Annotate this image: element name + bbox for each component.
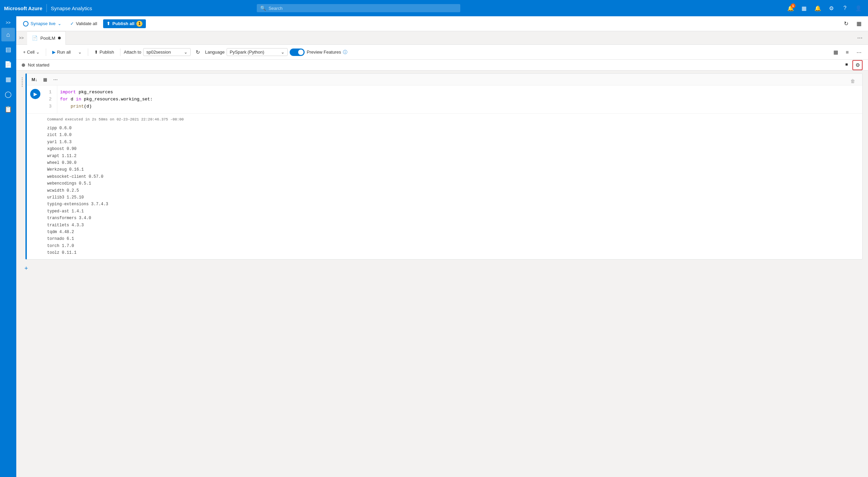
search-box[interactable]: 🔍 bbox=[257, 4, 460, 12]
code-cell: M↓ ▦ ⋯ bbox=[25, 73, 863, 260]
publish-all-label: Publish all bbox=[112, 21, 134, 26]
synapse-live-button[interactable]: Synapse live ⌄ bbox=[20, 20, 64, 28]
output-line-9: webencodings 0.5.1 bbox=[47, 180, 857, 187]
cell-type-label: M↓ bbox=[32, 77, 37, 82]
attach-to-dropdown[interactable]: sp02session ⌄ bbox=[143, 48, 191, 56]
run-more-button[interactable]: ⌄ bbox=[75, 48, 84, 56]
tab-more-button[interactable]: ⋯ bbox=[854, 33, 865, 42]
line-num-2: 2 bbox=[46, 96, 52, 103]
language-dropdown[interactable]: PySpark (Python) ⌄ bbox=[227, 48, 288, 56]
sidebar: >> ⌂ ▤ 📄 ▦ ◯ 📋 bbox=[0, 16, 16, 477]
publish-all-badge: 1 bbox=[136, 21, 142, 27]
cell-more-icon: ⋯ bbox=[53, 77, 58, 82]
preview-features-label: Preview Features bbox=[307, 50, 341, 55]
topbar: Microsoft Azure Synapse Analytics 🔍 🔔 1 … bbox=[0, 0, 868, 16]
search-input[interactable] bbox=[269, 6, 457, 11]
add-cell-bottom-button[interactable]: + bbox=[22, 264, 31, 273]
preview-features-toggle[interactable] bbox=[290, 49, 305, 56]
notebook-settings-button[interactable]: ▦ bbox=[831, 47, 841, 57]
cell-container: M↓ ▦ ⋯ bbox=[16, 73, 868, 260]
tab-expand[interactable]: >> bbox=[19, 36, 27, 40]
user-icon: 👤 bbox=[855, 5, 862, 12]
output-timestamp: Command executed in 2s 58ms on 02-23-202… bbox=[47, 116, 857, 123]
home-icon: ⌂ bbox=[6, 31, 10, 38]
code-editor[interactable]: import pkg_resources for d in pkg_resour… bbox=[57, 85, 862, 113]
cell-copy-button[interactable]: ▦ bbox=[41, 75, 50, 84]
cell-chevron: ⌄ bbox=[36, 50, 40, 55]
lang-chevron-icon: ⌄ bbox=[281, 50, 285, 55]
notebook-more-button[interactable]: ⋯ bbox=[854, 47, 864, 57]
app-service: Synapse Analytics bbox=[51, 5, 92, 11]
output-line-16: tqdm 4.48.2 bbox=[47, 229, 857, 235]
switch-icon: ▦ bbox=[802, 5, 807, 12]
run-cell-button[interactable]: ▶ bbox=[30, 89, 40, 99]
language-value: PySpark (Python) bbox=[230, 50, 264, 55]
layout-button[interactable]: ▦ bbox=[854, 19, 864, 29]
output-area: Command executed in 2s 58ms on 02-23-202… bbox=[27, 113, 862, 259]
cell-more-button[interactable]: ⋯ bbox=[51, 75, 60, 84]
run-all-button[interactable]: ▶ Run all bbox=[50, 48, 73, 56]
refresh-icon: ↻ bbox=[844, 20, 848, 27]
toolbar-divider-2 bbox=[88, 49, 88, 56]
help-button[interactable]: ? bbox=[840, 3, 850, 14]
output-line-6: wheel 0.30.0 bbox=[47, 159, 857, 166]
monitor-icon: ◯ bbox=[5, 91, 12, 98]
output-line-13: typed-ast 1.4.1 bbox=[47, 208, 857, 215]
output-line-5: wrapt 1.11.2 bbox=[47, 153, 857, 159]
preview-info-icon: ⓘ bbox=[343, 49, 347, 55]
run-all-label: Run all bbox=[57, 50, 71, 55]
run-more-chevron: ⌄ bbox=[78, 50, 82, 55]
play-icon: ▶ bbox=[34, 91, 37, 97]
chevron-down-icon: ⌄ bbox=[58, 21, 61, 26]
refresh-button[interactable]: ↻ bbox=[841, 19, 851, 29]
settings-button[interactable]: ⚙ bbox=[826, 3, 837, 14]
code-print-args: (d) bbox=[84, 103, 92, 110]
cell-settings-button[interactable]: ⚙ bbox=[852, 60, 863, 70]
code-var-d: d bbox=[71, 96, 73, 103]
cell-type-button[interactable]: M↓ bbox=[30, 76, 39, 83]
line-num-1: 1 bbox=[46, 89, 52, 96]
main-area: Synapse live ⌄ ✓ Validate all ⬆ Publish … bbox=[16, 16, 868, 477]
run-button-col: ▶ bbox=[27, 85, 44, 113]
code-working-set: pkg_resources.working_set: bbox=[84, 96, 153, 103]
main-layout: >> ⌂ ▤ 📄 ▦ ◯ 📋 Synapse live ⌄ bbox=[0, 16, 868, 477]
user-button[interactable]: 👤 bbox=[853, 3, 864, 14]
delete-cell-button[interactable]: 🗑 bbox=[848, 77, 857, 85]
keyword-in: in bbox=[76, 96, 81, 103]
sidebar-item-manage[interactable]: 📋 bbox=[1, 102, 15, 116]
sidebar-item-home[interactable]: ⌂ bbox=[1, 28, 15, 41]
sidebar-item-monitor[interactable]: ◯ bbox=[1, 88, 15, 101]
app-brand: Microsoft Azure bbox=[4, 5, 42, 11]
secondary-toolbar: Synapse live ⌄ ✓ Validate all ⬆ Publish … bbox=[16, 16, 868, 31]
output-line-4: xgboost 0.90 bbox=[47, 146, 857, 152]
bell-button[interactable]: 🔔 bbox=[812, 3, 823, 14]
add-cell-button[interactable]: + Cell ⌄ bbox=[20, 48, 42, 56]
notebook-layout-button[interactable]: ≡ bbox=[842, 47, 852, 57]
workspace-switch-button[interactable]: ▦ bbox=[799, 3, 810, 14]
output-line-15: traitlets 4.3.3 bbox=[47, 222, 857, 229]
tab-poolLM[interactable]: 📄 PoolLM bbox=[27, 31, 66, 45]
cell-drag-handle[interactable] bbox=[22, 73, 23, 87]
unsaved-indicator bbox=[58, 37, 61, 39]
publish-all-button[interactable]: ⬆ Publish all 1 bbox=[103, 19, 146, 28]
language-label: Language bbox=[205, 50, 225, 55]
validate-all-button[interactable]: ✓ Validate all bbox=[67, 20, 101, 27]
sidebar-item-integrate[interactable]: ▦ bbox=[1, 73, 15, 86]
zoom-button[interactable]: ■ bbox=[842, 60, 851, 69]
cell-main-wrapper: M↓ ▦ ⋯ bbox=[25, 73, 863, 260]
notification-icon: 🔔 bbox=[814, 5, 821, 12]
publish-button[interactable]: ⬆ Publish bbox=[92, 48, 117, 56]
refresh-session-button[interactable]: ↻ bbox=[193, 47, 203, 57]
status-right-icons: ■ ⚙ bbox=[842, 60, 863, 70]
notebook-more-icon: ⋯ bbox=[856, 49, 862, 55]
output-line-7: Werkzeug 0.16.1 bbox=[47, 166, 857, 173]
notifications-button[interactable]: 🔔 1 bbox=[785, 3, 796, 14]
sidebar-item-data[interactable]: ▤ bbox=[1, 43, 15, 56]
cell-label: Cell bbox=[27, 50, 35, 55]
notification-badge: 1 bbox=[791, 3, 795, 8]
publish-label: Publish bbox=[99, 50, 114, 55]
sidebar-item-develop[interactable]: 📄 bbox=[1, 58, 15, 71]
attach-to-label: Attach to bbox=[124, 50, 141, 55]
sidebar-expand-button[interactable]: >> bbox=[4, 19, 12, 26]
publish-icon: ⬆ bbox=[107, 21, 110, 26]
